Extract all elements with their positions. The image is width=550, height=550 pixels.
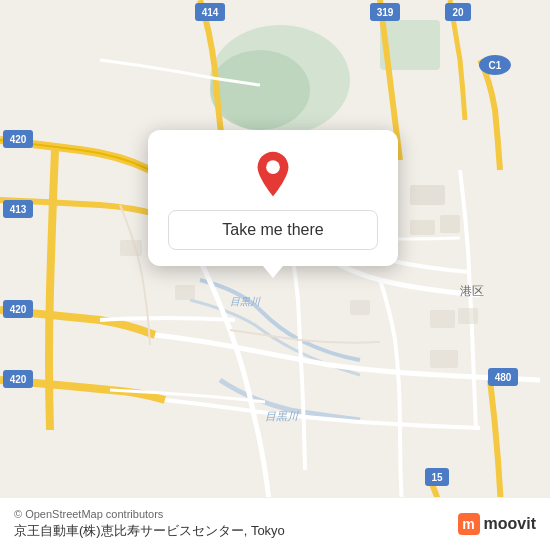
svg-rect-35 <box>175 285 195 300</box>
svg-text:414: 414 <box>202 7 219 18</box>
moovit-icon: m <box>458 513 480 535</box>
svg-text:目黒川: 目黒川 <box>265 410 299 422</box>
svg-text:港区: 港区 <box>460 284 484 298</box>
map-container[interactable]: 420 413 420 420 414 319 20 C1 480 15 港区 … <box>0 0 550 550</box>
svg-rect-31 <box>440 215 460 233</box>
bottom-bar: © OpenStreetMap contributors 京王自動車(株)恵比寿… <box>0 497 550 550</box>
svg-point-39 <box>266 160 280 174</box>
svg-rect-37 <box>458 308 478 324</box>
svg-text:C1: C1 <box>489 60 502 71</box>
location-pin-icon <box>249 150 297 198</box>
svg-text:15: 15 <box>431 472 443 483</box>
location-text: 京王自動車(株)恵比寿サービスセンター, Tokyo <box>14 522 285 540</box>
osm-credit: © OpenStreetMap contributors <box>14 508 285 520</box>
popup-card: Take me there <box>148 130 398 266</box>
svg-rect-36 <box>430 310 455 328</box>
svg-text:319: 319 <box>377 7 394 18</box>
svg-text:480: 480 <box>495 372 512 383</box>
moovit-logo: m moovit <box>458 513 536 535</box>
svg-rect-29 <box>410 185 445 205</box>
svg-rect-33 <box>120 240 142 256</box>
svg-text:20: 20 <box>452 7 464 18</box>
moovit-brand-text: moovit <box>484 515 536 533</box>
take-me-there-button[interactable]: Take me there <box>168 210 378 250</box>
svg-rect-38 <box>430 350 458 368</box>
svg-text:420: 420 <box>10 304 27 315</box>
svg-text:420: 420 <box>10 374 27 385</box>
svg-text:420: 420 <box>10 134 27 145</box>
svg-rect-32 <box>350 300 370 315</box>
svg-rect-30 <box>410 220 435 235</box>
svg-text:413: 413 <box>10 204 27 215</box>
svg-point-2 <box>210 50 310 130</box>
svg-text:目黒川: 目黒川 <box>230 296 261 307</box>
